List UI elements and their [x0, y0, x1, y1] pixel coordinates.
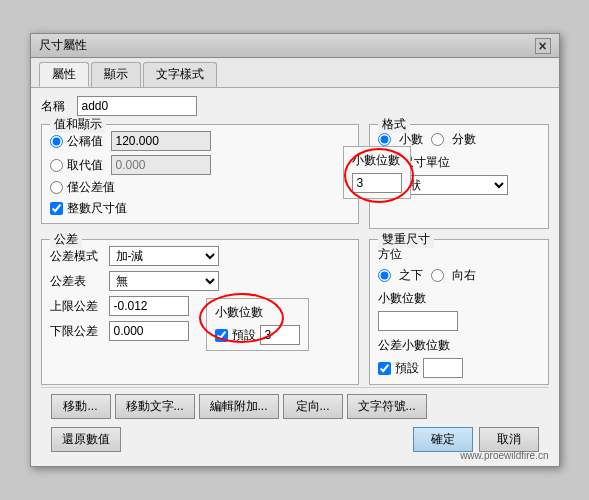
- button-row-top: 移動... 移動文字... 編輯附加... 定向... 文字符號...: [41, 387, 549, 423]
- lower-tolerance-label: 下限公差: [50, 323, 105, 340]
- tab-text-style[interactable]: 文字樣式: [143, 62, 217, 87]
- tolerance-mode-row: 公差模式 加-減: [50, 246, 350, 266]
- preset-row: 預設: [215, 325, 300, 345]
- upper-tolerance-input[interactable]: [109, 296, 189, 316]
- nominal-row: 公稱值: [50, 131, 350, 151]
- name-label: 名稱: [41, 98, 71, 115]
- replacement-row: 取代值: [50, 155, 350, 175]
- dual-preset-checkbox[interactable]: [378, 362, 391, 375]
- orient-button[interactable]: 定向...: [283, 394, 343, 419]
- tab-display[interactable]: 顯示: [91, 62, 141, 87]
- nominal-radio[interactable]: [50, 135, 63, 148]
- text-symbol-button[interactable]: 文字符號...: [347, 394, 427, 419]
- lower-tolerance-input[interactable]: [109, 321, 189, 341]
- replacement-radio[interactable]: [50, 159, 63, 172]
- tolerance-only-row: 僅公差值: [50, 179, 350, 196]
- dimension-properties-dialog: 尺寸屬性 × 屬性 顯示 文字樣式 名稱 值和顯示 公稱值: [30, 33, 560, 467]
- decimal-places-top-section: 小數位數: [343, 146, 411, 199]
- button-row-bottom: 還原數值 確定 取消: [41, 423, 549, 458]
- name-input[interactable]: [77, 96, 197, 116]
- title-bar: 尺寸屬性 ×: [31, 34, 559, 58]
- edit-attach-button[interactable]: 編輯附加...: [199, 394, 279, 419]
- tolerance-table-select[interactable]: 無: [109, 271, 219, 291]
- fraction-label: 分數: [452, 131, 476, 148]
- integer-dim-checkbox[interactable]: [50, 202, 63, 215]
- right-radio[interactable]: [431, 269, 444, 282]
- tolerance-only-radio[interactable]: [50, 181, 63, 194]
- dual-tol-decimal-label: 公差小數位數: [378, 337, 540, 354]
- ok-cancel-group: 確定 取消: [413, 427, 539, 452]
- below-radio[interactable]: [378, 269, 391, 282]
- preset-input[interactable]: [260, 325, 300, 345]
- tab-properties[interactable]: 屬性: [39, 62, 89, 87]
- tolerance-only-label: 僅公差值: [67, 179, 115, 196]
- dual-preset-input[interactable]: [423, 358, 463, 378]
- ok-button[interactable]: 確定: [413, 427, 473, 452]
- tab-bar: 屬性 顯示 文字樣式: [31, 58, 559, 88]
- tolerance-table-row: 公差表 無: [50, 271, 350, 291]
- dual-preset-label: 預設: [395, 360, 419, 377]
- dialog-content: 名稱 值和顯示 公稱值 取代值: [31, 88, 559, 466]
- right-label: 向右: [452, 267, 476, 284]
- close-button[interactable]: ×: [535, 38, 551, 54]
- decimal-radio[interactable]: [378, 133, 391, 146]
- name-row: 名稱: [41, 96, 549, 116]
- bottom-sections: 公差 公差模式 加-減 公差表 無 上限公差: [41, 239, 549, 385]
- value-display-box: 值和顯示 公稱值 取代值 僅公差值: [41, 124, 359, 224]
- dual-dim-section: 雙重尺寸 方位 之下 向右 小數位數 公差小數位數 預設: [369, 239, 549, 385]
- tolerance-mode-label: 公差模式: [50, 248, 105, 265]
- format-title: 格式: [378, 116, 410, 133]
- position-label: 方位: [378, 246, 540, 263]
- dual-decimal-label: 小數位數: [378, 290, 540, 307]
- integer-dim-label: 整數尺寸值: [67, 200, 127, 217]
- decimal-places-top-label: 小數位數: [352, 152, 402, 169]
- preset-label: 預設: [232, 327, 256, 344]
- restore-button[interactable]: 還原數值: [51, 427, 121, 452]
- dual-radio-row: 之下 向右: [378, 267, 540, 284]
- tolerance-mode-select[interactable]: 加-減: [109, 246, 219, 266]
- tolerance-section: 公差 公差模式 加-減 公差表 無 上限公差: [41, 239, 359, 385]
- dual-decimal-input[interactable]: [378, 311, 458, 331]
- decimal-places-top-input[interactable]: [352, 173, 402, 193]
- replacement-input[interactable]: [111, 155, 211, 175]
- dialog-title: 尺寸屬性: [39, 37, 87, 54]
- dual-dim-title: 雙重尺寸: [378, 231, 434, 248]
- value-display-section: 值和顯示 公稱值 取代值 僅公差值: [41, 124, 359, 235]
- decimal-places-tol-section: 小數位數 預設: [206, 298, 309, 351]
- replacement-label: 取代值: [67, 157, 103, 174]
- move-button[interactable]: 移動...: [51, 394, 111, 419]
- integer-dim-row: 整數尺寸值: [50, 200, 350, 217]
- top-sections: 值和顯示 公稱值 取代值 僅公差值: [41, 124, 549, 235]
- cancel-button[interactable]: 取消: [479, 427, 539, 452]
- value-display-title: 值和顯示: [50, 116, 106, 133]
- upper-tolerance-label: 上限公差: [50, 298, 105, 315]
- preset-checkbox[interactable]: [215, 329, 228, 342]
- tolerance-title: 公差: [50, 231, 82, 248]
- move-text-button[interactable]: 移動文字...: [115, 394, 195, 419]
- below-label: 之下: [399, 267, 423, 284]
- nominal-label: 公稱值: [67, 133, 103, 150]
- decimal-places-tol-label: 小數位數: [215, 304, 300, 321]
- dual-preset-row: 預設: [378, 358, 540, 378]
- fraction-radio[interactable]: [431, 133, 444, 146]
- tolerance-table-label: 公差表: [50, 273, 105, 290]
- nominal-input[interactable]: [111, 131, 211, 151]
